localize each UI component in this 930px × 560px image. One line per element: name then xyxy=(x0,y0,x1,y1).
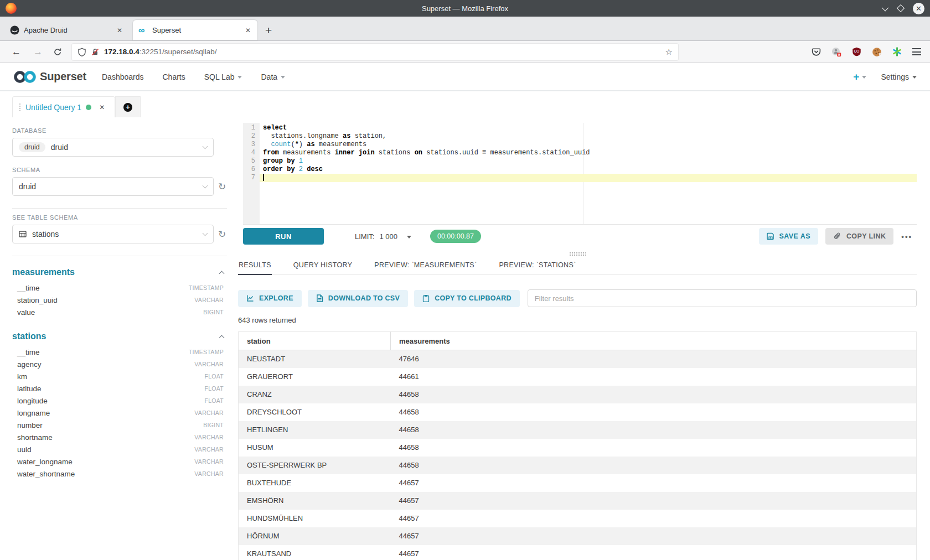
nav-item-sql-lab[interactable]: SQL Lab xyxy=(204,72,242,81)
editor-line[interactable]: 3 count(*) as measurements xyxy=(243,141,917,149)
results-tab-4[interactable]: PREVIEW: `STATIONS` xyxy=(498,258,576,274)
reload-button[interactable] xyxy=(53,48,62,56)
schema-accordion: measurements__timeTIMESTAMPstation_uuidV… xyxy=(12,262,231,480)
editor-line[interactable]: 1select xyxy=(243,124,917,132)
table-row[interactable]: HETLINGEN44658 xyxy=(239,421,917,439)
close-tab-icon[interactable]: ✕ xyxy=(244,27,252,34)
schema-table-header[interactable]: measurements xyxy=(12,262,227,282)
run-button[interactable]: RUN xyxy=(243,228,324,245)
table-row[interactable]: HUSUM44658 xyxy=(239,439,917,457)
editor-line[interactable]: 2 stations.longname as station, xyxy=(243,132,917,141)
column-header-measurements[interactable]: measurements xyxy=(391,332,917,350)
results-tab-3[interactable]: PREVIEW: `MEASUREMENTS` xyxy=(374,258,477,274)
nav-item-data[interactable]: Data xyxy=(261,72,285,81)
query-tab-title: Untitled Query 1 xyxy=(25,103,81,112)
table-row[interactable]: NEUSTADT47646 xyxy=(239,350,917,368)
chevron-up-icon[interactable] xyxy=(219,335,225,340)
editor-line[interactable]: 7 xyxy=(243,174,917,182)
sql-editor[interactable]: 1select2 stations.longname as station,3 … xyxy=(243,123,917,225)
schema-select[interactable]: druid xyxy=(12,177,214,196)
cell-measurements: 44658 xyxy=(391,421,917,439)
table-row[interactable]: EMSHÖRN44657 xyxy=(239,492,917,510)
menu-icon[interactable] xyxy=(912,48,921,55)
editor-line-text: group by 1 xyxy=(260,157,917,165)
results-tab-2[interactable]: QUERY HISTORY xyxy=(293,258,353,274)
copy-to-clipboard-button[interactable]: COPY TO CLIPBOARD xyxy=(414,290,520,307)
schema-column-row: longitudeFLOAT xyxy=(12,395,224,407)
table-row[interactable]: CRANZ44658 xyxy=(239,386,917,403)
copy-link-button[interactable]: COPY LINK xyxy=(825,228,893,245)
limit-dropdown[interactable]: LIMIT: 1 000 xyxy=(355,232,411,241)
cell-measurements: 44657 xyxy=(391,510,917,527)
table-row[interactable]: DREYSCHLOOT44658 xyxy=(239,403,917,421)
table-row[interactable]: KRAUTSAND44657 xyxy=(239,545,917,560)
line-chart-icon xyxy=(246,294,254,302)
editor-line[interactable]: 5group by 1 xyxy=(243,157,917,165)
back-button[interactable]: ← xyxy=(7,46,26,58)
explore-label: EXPLORE xyxy=(259,294,293,302)
explore-button[interactable]: EXPLORE xyxy=(238,290,302,307)
save-as-label: SAVE AS xyxy=(779,232,810,240)
table-row[interactable]: HUNDSMÜHLEN44657 xyxy=(239,510,917,527)
browser-tab-apache-druid[interactable]: Apache Druid ✕ xyxy=(4,20,129,40)
settings-menu[interactable]: Settings xyxy=(881,72,917,81)
save-as-button[interactable]: SAVE AS xyxy=(759,228,818,245)
table-select[interactable]: stations xyxy=(12,225,214,243)
forward-button[interactable]: → xyxy=(28,46,48,58)
clipboard-icon xyxy=(422,294,430,302)
cookie-icon[interactable] xyxy=(872,47,882,57)
database-select[interactable]: druid druid xyxy=(12,138,214,157)
refresh-tables-icon[interactable]: ↻ xyxy=(218,230,226,239)
cell-measurements: 47646 xyxy=(391,350,917,368)
new-item-button[interactable]: + xyxy=(853,71,866,82)
save-icon xyxy=(767,232,774,240)
new-tab-button[interactable]: + xyxy=(257,24,280,37)
chevron-down-icon xyxy=(203,183,208,189)
nav-item-dashboards[interactable]: Dashboards xyxy=(102,72,144,81)
caret-down-icon xyxy=(281,76,285,79)
more-actions-button[interactable]: ••• xyxy=(901,232,912,241)
column-type: VARCHAR xyxy=(194,470,224,477)
schema-table-header[interactable]: stations xyxy=(12,326,227,346)
table-row[interactable]: GRAUERORT44661 xyxy=(239,368,917,386)
table-row[interactable]: OSTE-SPERRWERK BP44658 xyxy=(239,457,917,474)
table-row[interactable]: HÖRNUM44657 xyxy=(239,527,917,545)
pocket-icon[interactable] xyxy=(812,47,821,56)
ublock-icon[interactable]: UO xyxy=(852,47,861,56)
url-text[interactable]: 172.18.0.4:32251/superset/sqllab/ xyxy=(104,48,661,56)
editor-line[interactable]: 4from measurements inner join stations o… xyxy=(243,149,917,157)
table-row[interactable]: BUXTEHUDE44657 xyxy=(239,474,917,492)
editor-line[interactable]: 6order by 2 desc xyxy=(243,165,917,174)
url-bar[interactable]: 172.18.0.4:32251/superset/sqllab/ ☆ xyxy=(72,44,678,60)
close-query-tab-icon[interactable]: ✕ xyxy=(99,103,105,111)
schema-column-row: station_uuidVARCHAR xyxy=(12,294,224,306)
disabled-extension-icon[interactable] xyxy=(831,47,841,57)
cell-measurements: 44658 xyxy=(391,403,917,421)
browser-tab-superset[interactable]: ∞ Superset ✕ xyxy=(133,20,257,40)
insecure-lock-icon[interactable] xyxy=(91,48,100,56)
results-tab-1[interactable]: RESULTS xyxy=(238,258,272,275)
cell-station: HUNDSMÜHLEN xyxy=(239,510,391,527)
filter-results-input[interactable] xyxy=(528,289,917,307)
refresh-schemas-icon[interactable]: ↻ xyxy=(218,182,226,191)
plus-circle-icon: + xyxy=(123,103,132,112)
close-window-button[interactable]: ✕ xyxy=(913,3,924,14)
column-header-station[interactable]: station xyxy=(239,332,391,350)
maximize-button[interactable] xyxy=(897,4,905,12)
drag-handle-icon[interactable] xyxy=(19,103,21,111)
close-tab-icon[interactable]: ✕ xyxy=(116,27,123,34)
column-name: longname xyxy=(17,409,50,417)
chevron-up-icon[interactable] xyxy=(219,271,225,276)
tracking-shield-icon[interactable] xyxy=(78,48,86,56)
superset-logo[interactable]: Superset xyxy=(13,70,86,84)
bookmark-star-icon[interactable]: ☆ xyxy=(665,47,673,57)
column-name: water_longname xyxy=(17,458,73,466)
druid-icon xyxy=(10,25,19,35)
download-csv-button[interactable]: DOWNLOAD TO CSV xyxy=(308,290,408,307)
query-tab-untitled-query-1[interactable]: Untitled Query 1 ✕ xyxy=(12,96,115,117)
add-query-tab-button[interactable]: + xyxy=(115,96,141,117)
url-path: :32251/superset/sqllab/ xyxy=(140,48,217,56)
nav-item-charts[interactable]: Charts xyxy=(163,72,185,81)
pane-split-handle[interactable] xyxy=(238,251,917,257)
asterisk-extension-icon[interactable] xyxy=(892,47,902,56)
